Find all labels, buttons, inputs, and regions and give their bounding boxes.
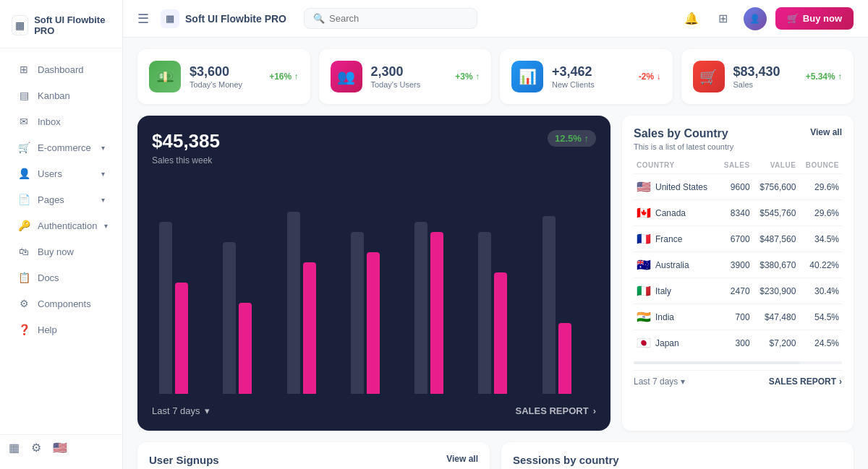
stat-info-money: $3,600 Today's Money xyxy=(190,64,260,89)
sidebar-icon-kanban: ▤ xyxy=(17,89,30,102)
country-footer-period[interactable]: Last 7 days ▾ xyxy=(634,377,685,387)
topbar-logo-icon: ▦ xyxy=(161,9,179,28)
bounce-cell: 30.4% xyxy=(799,278,842,304)
stat-card-sales: 🛒 $83,430 Sales +5.34% ↑ xyxy=(681,49,854,104)
sidebar-item-kanban[interactable]: ▤ Kanban xyxy=(9,83,114,108)
bar-background xyxy=(287,212,300,394)
country-table: COUNTRY SALES VALUE BOUNCE 🇺🇸 United Sta… xyxy=(634,157,842,356)
topbar-right: 🔔 ⊞ 👤 🛒 Buy now xyxy=(680,7,854,30)
sidebar-item-ecommerce[interactable]: 🛒 E-commerce ▾ xyxy=(9,135,114,160)
bar-foreground xyxy=(558,323,571,394)
search-input[interactable] xyxy=(329,13,468,24)
sidebar-header: ▦ Soft UI Flowbite PRO xyxy=(0,9,122,48)
chevron-icon-ecommerce: ▾ xyxy=(101,144,105,152)
value-cell: $47,480 xyxy=(753,304,799,330)
bar-foreground xyxy=(303,262,316,394)
scroll-thumb xyxy=(634,361,800,364)
sidebar-icon-dashboard: ⊞ xyxy=(17,63,30,76)
country-cell: 🇨🇦 Canada xyxy=(634,200,718,226)
stat-card-clients: 📊 +3,462 New Clients -2% ↓ xyxy=(500,49,673,104)
buy-now-button[interactable]: 🛒 Buy now xyxy=(775,7,854,30)
sidebar-label-kanban: Kanban xyxy=(38,90,70,101)
apps-icon[interactable]: ⊞ xyxy=(712,7,735,30)
chart-title: $45,385 xyxy=(152,130,596,152)
chart-sales-report-link[interactable]: SALES REPORT › xyxy=(516,405,596,416)
country-cell: 🇯🇵 Japan xyxy=(634,330,718,356)
stat-value-clients: +3,462 xyxy=(552,64,630,79)
sidebar-label-buy-now: Buy now xyxy=(38,246,74,257)
user-signups-title: User Signups xyxy=(149,454,242,466)
country-name-text: Australia xyxy=(655,260,689,270)
sidebar-label-help: Help xyxy=(38,324,57,335)
stat-change-users: +3% ↑ xyxy=(455,72,480,82)
sidebar-item-buy-now[interactable]: 🛍 Buy now xyxy=(9,239,114,264)
stat-card-users: 👥 2,300 Today's Users +3% ↑ xyxy=(319,49,492,104)
sidebar-icon-docs: 📋 xyxy=(17,271,30,284)
stat-info-sales: $83,430 Sales xyxy=(733,64,797,89)
chart-period-selector[interactable]: Last 7 days ▾ xyxy=(152,405,210,416)
bar-group xyxy=(478,232,524,394)
stat-value-sales: $83,430 xyxy=(733,64,797,79)
bar-group xyxy=(414,222,461,394)
country-cell: 🇮🇹 Italy xyxy=(634,278,718,304)
bounce-cell: 24.5% xyxy=(799,330,842,356)
bar-foreground xyxy=(239,303,252,394)
search-box[interactable]: 🔍 xyxy=(304,8,477,29)
sidebar-item-help[interactable]: ❓ Help xyxy=(9,317,114,342)
stat-icon-clients: 📊 xyxy=(511,61,543,92)
content-area: 💵 $3,600 Today's Money +16% ↑ 👥 2,300 To… xyxy=(123,38,868,469)
bar-background xyxy=(223,242,236,394)
stat-info-clients: +3,462 New Clients xyxy=(552,64,630,89)
sidebar-label-components: Components xyxy=(38,298,91,309)
sidebar-item-components[interactable]: ⚙ Components xyxy=(9,291,114,316)
sidebar-label-inbox: Inbox xyxy=(38,116,61,127)
flag-icon: 🇯🇵 xyxy=(637,336,651,350)
table-row: 🇨🇦 Canada 8340 $545,760 29.6% xyxy=(634,200,842,226)
country-card-titles: Sales by Country This is a list of lates… xyxy=(634,127,733,151)
sidebar-item-dashboard[interactable]: ⊞ Dashboard xyxy=(9,57,114,82)
flag-icon: 🇮🇹 xyxy=(637,284,651,298)
table-row: 🇯🇵 Japan 300 $7,200 24.5% xyxy=(634,330,842,356)
sales-cell: 300 xyxy=(718,330,752,356)
stat-label-sales: Sales xyxy=(733,80,797,89)
sidebar-icon-help: ❓ xyxy=(17,323,30,336)
value-cell: $545,760 xyxy=(753,200,799,226)
chart-badge: 12.5% ↑ xyxy=(548,130,596,147)
user-avatar[interactable]: 👤 xyxy=(744,7,767,30)
user-signups-view-all[interactable]: View all xyxy=(446,454,478,464)
flag-icon: 🇺🇸 xyxy=(637,180,651,194)
sales-cell: 2470 xyxy=(718,278,752,304)
stat-icon-users: 👥 xyxy=(331,61,362,92)
bar-background xyxy=(414,222,427,394)
chevron-down-icon: ▾ xyxy=(681,377,685,387)
sidebar-icon-ecommerce: 🛒 xyxy=(17,141,30,154)
sidebar-settings-icon[interactable]: ⚙ xyxy=(31,441,41,455)
country-report-link[interactable]: SALES REPORT › xyxy=(769,377,842,387)
sidebar-icon-inbox: ✉ xyxy=(17,115,30,128)
value-cell: $756,600 xyxy=(753,174,799,200)
bounce-cell: 34.5% xyxy=(799,226,842,252)
buy-button-label: Buy now xyxy=(803,13,842,24)
country-view-all[interactable]: View all xyxy=(810,127,842,137)
search-icon: 🔍 xyxy=(313,13,325,24)
sidebar-item-inbox[interactable]: ✉ Inbox xyxy=(9,109,114,134)
sales-cell: 3900 xyxy=(718,252,752,278)
country-name-text: Italy xyxy=(655,286,671,296)
bar-group xyxy=(159,222,205,394)
flag-icon: 🇦🇺 xyxy=(637,258,651,272)
sidebar-item-users[interactable]: 👤 Users ▾ xyxy=(9,161,114,186)
sessions-card: Sessions by country View website visitor… xyxy=(501,442,854,469)
sidebar-flag-icon[interactable]: 🇺🇸 xyxy=(53,441,67,455)
sidebar-item-authentication[interactable]: 🔑 Authentication ▾ xyxy=(9,213,114,238)
col-country: COUNTRY xyxy=(634,157,718,174)
sidebar-logo-icon: ▦ xyxy=(12,15,28,35)
country-name-text: India xyxy=(655,312,674,322)
notifications-icon[interactable]: 🔔 xyxy=(680,7,703,30)
sidebar-bars-icon[interactable]: ▦ xyxy=(9,441,20,455)
bar-background xyxy=(351,232,364,394)
hamburger-icon[interactable]: ☰ xyxy=(137,11,149,27)
sidebar-item-docs[interactable]: 📋 Docs xyxy=(9,265,114,290)
sessions-title: Sessions by country xyxy=(513,454,842,466)
sidebar-label-authentication: Authentication xyxy=(38,220,97,231)
sidebar-item-pages[interactable]: 📄 Pages ▾ xyxy=(9,187,114,212)
